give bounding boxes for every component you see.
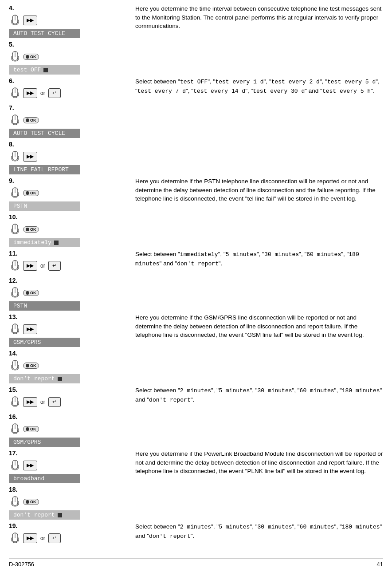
icon-row: OK (9, 50, 39, 63)
forward-icon[interactable]: ▶▶ (23, 324, 37, 334)
step-number: 5. (9, 41, 14, 48)
forward-icon[interactable]: ▶▶ (23, 461, 37, 470)
finger-icon (9, 458, 21, 472)
ok-icon-group[interactable]: OK (23, 499, 39, 505)
step-left: 9. OK PSTN (9, 177, 133, 211)
step-left: 10. OK immediately (9, 213, 133, 247)
info-dot (26, 228, 29, 231)
finger-icon (9, 150, 21, 163)
step-row: 19. ▶▶ or ↵ Select between "2 minutes", … (9, 522, 383, 547)
icon-row: OK (9, 286, 39, 300)
finger-icon (9, 495, 21, 509)
icon-row: ▶▶ (9, 322, 37, 336)
or-label: or (40, 399, 45, 405)
step-number: 19. (9, 522, 17, 529)
step-left: 16. OK GSM/GPRS (9, 413, 133, 447)
step-row: 16. OK GSM/GPRS (9, 413, 383, 447)
step-number: 14. (9, 350, 17, 357)
forward-icon[interactable]: ▶▶ (23, 533, 37, 543)
display-box: don’t report (9, 374, 80, 383)
or-label: or (40, 535, 45, 541)
forward-icon[interactable]: ▶▶ (23, 152, 37, 162)
icon-row: ▶▶ (9, 13, 37, 27)
info-dot (26, 191, 29, 195)
icon-row: OK (9, 495, 39, 509)
info-dot (26, 291, 29, 295)
step-number: 8. (9, 141, 14, 148)
page-content: 4. ▶▶AUTO TEST CYCLEHere you determine t… (9, 4, 383, 568)
ok-icon-group[interactable]: OK (23, 190, 39, 196)
step-row: 17. ▶▶broadbandHere you determine if the… (9, 450, 383, 483)
icon-row: OK (9, 222, 39, 236)
step-number: 7. (9, 104, 14, 111)
step-left: 6. ▶▶ or ↵ (9, 77, 133, 102)
step-number: 13. (9, 313, 17, 320)
step-number: 15. (9, 386, 17, 393)
step-row: 8. ▶▶LINE FAIL REPORT (9, 141, 383, 174)
display-box: broadband (9, 474, 80, 483)
display-box: AUTO TEST CYCLE (9, 129, 80, 138)
icon-row: OK (9, 422, 39, 436)
ok-icon-group[interactable]: OK (23, 363, 39, 369)
indicator-square (58, 377, 62, 381)
step-number: 12. (9, 277, 17, 284)
info-dot (26, 55, 29, 59)
ok-text: OK (30, 291, 36, 295)
indicator-square (43, 68, 48, 72)
step-row: 9. OK PSTNHere you determine if the PSTN… (9, 177, 383, 211)
step-description: Here you determine if the PowerLink Broa… (133, 450, 383, 476)
step-left: 8. ▶▶LINE FAIL REPORT (9, 141, 133, 174)
ok-text: OK (30, 363, 36, 368)
icon-row: ▶▶ or ↵ (9, 259, 61, 272)
ok-text: OK (30, 500, 36, 504)
step-description: Select between "2 minutes", "5 minutes",… (133, 386, 383, 405)
display-box: LINE FAIL REPORT (9, 165, 80, 174)
forward-icon[interactable]: ▶▶ (23, 397, 37, 407)
step-description: Select between "immediately", "5 minutes… (133, 250, 383, 268)
display-box: GSM/GPRS (9, 338, 80, 347)
step-number: 18. (9, 486, 17, 493)
page-number: 41 (377, 561, 383, 568)
forward-icon[interactable]: ▶▶ (23, 16, 37, 25)
finger-icon (9, 286, 21, 300)
enter-icon[interactable]: ↵ (48, 397, 61, 407)
step-left: 5. OK test OFF (9, 41, 133, 75)
finger-icon (9, 186, 21, 200)
forward-icon[interactable]: ▶▶ (23, 88, 37, 98)
step-left: 11. ▶▶ or ↵ (9, 250, 133, 274)
enter-icon[interactable]: ↵ (48, 88, 61, 98)
info-dot (26, 500, 29, 504)
step-row: 13. ▶▶GSM/GPRSHere you determine if the … (9, 313, 383, 347)
step-description: Select between "2 minutes", "5 minutes",… (133, 522, 383, 541)
icon-row: ▶▶ (9, 150, 37, 163)
step-number: 16. (9, 413, 17, 420)
finger-icon (9, 322, 21, 336)
icon-row: OK (9, 359, 39, 372)
step-number: 9. (9, 177, 14, 184)
step-left: 12. OK PSTN (9, 277, 133, 311)
step-row: 4. ▶▶AUTO TEST CYCLEHere you determine t… (9, 4, 383, 38)
doc-number: D-302756 (9, 561, 34, 568)
step-left: 13. ▶▶GSM/GPRS (9, 313, 133, 347)
finger-icon (9, 359, 21, 372)
step-left: 17. ▶▶broadband (9, 450, 133, 483)
step-row: 6. ▶▶ or ↵ Select between "test OFF", "t… (9, 77, 383, 102)
display-box: PSTN (9, 301, 80, 311)
step-number: 4. (9, 4, 14, 12)
indicator-square (54, 241, 59, 245)
display-box: immediately (9, 238, 80, 247)
ok-icon-group[interactable]: OK (23, 226, 39, 233)
ok-icon-group[interactable]: OK (23, 54, 39, 60)
ok-icon-group[interactable]: OK (23, 117, 39, 123)
forward-icon[interactable]: ▶▶ (23, 261, 37, 271)
display-box: test OFF (9, 65, 80, 75)
ok-icon-group[interactable]: OK (23, 426, 39, 432)
step-description: Select between "test OFF", "test every 1… (133, 77, 383, 96)
finger-icon (9, 395, 21, 409)
step-description: Here you determine if the PSTN telephone… (133, 177, 383, 203)
ok-icon-group[interactable]: OK (23, 290, 39, 296)
display-box: don’t report (9, 510, 80, 520)
enter-icon[interactable]: ↵ (48, 533, 61, 543)
step-row: 11. ▶▶ or ↵ Select between "immediately"… (9, 250, 383, 274)
enter-icon[interactable]: ↵ (48, 261, 61, 271)
